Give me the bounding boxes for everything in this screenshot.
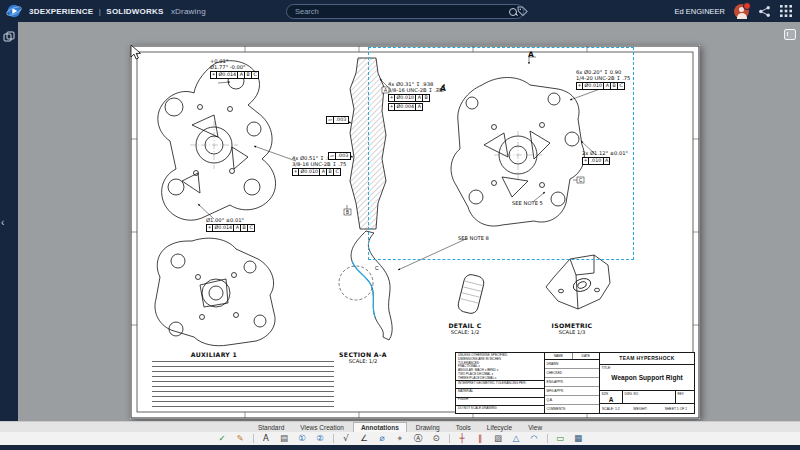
user-name[interactable]: Ed ENGINEER: [675, 7, 725, 16]
note-reference[interactable]: SEE NOTE 8: [458, 235, 489, 241]
balloon-icon[interactable]: ①: [294, 432, 311, 445]
ribbon-tools: ✓✎A▤①②√∠⌀⌖Ⓐ⊙┼∥▨△◠▭▦: [0, 432, 800, 445]
search-input[interactable]: [295, 7, 509, 16]
general-table-icon[interactable]: ▦: [570, 432, 587, 445]
tab-annotations[interactable]: Annotations: [353, 422, 407, 432]
view-label-isometric[interactable]: ISOMETRICSCALE 1/3: [552, 322, 593, 335]
signoff-row-q-a-: Q.A.: [545, 396, 599, 405]
note-reference[interactable]: SEE NOTE 5: [512, 200, 543, 206]
fcf-cell: Ø0.010: [583, 83, 604, 89]
datum-feature-icon[interactable]: Ⓐ: [410, 432, 427, 445]
surface-finish-icon[interactable]: √: [338, 432, 355, 445]
name-column-header: NAME: [545, 353, 573, 359]
revision-cloud-icon[interactable]: ◠: [526, 432, 543, 445]
search-icon[interactable]: [509, 8, 517, 16]
fcf-cell: Ø0.004: [395, 104, 416, 110]
apps-grid-icon[interactable]: [780, 5, 792, 17]
dimension-callout-flatness-upper[interactable]: ▱.003: [326, 115, 349, 124]
centerline-icon[interactable]: ∥: [472, 432, 489, 445]
tag-icon[interactable]: [517, 6, 528, 17]
title-block: UNLESS OTHERWISE SPECIFIED:DIMENSIONS AR…: [455, 352, 695, 414]
user-avatar[interactable]: [734, 4, 749, 19]
view-label-section[interactable]: SECTION A-ASCALE: 1/2: [339, 351, 387, 364]
drawing-sheet[interactable]: C: [130, 45, 700, 419]
tab-tools[interactable]: Tools: [449, 423, 478, 432]
dimension-callout-hole-2x112[interactable]: 2x Ø1.12" ±0.01"⌖.010A: [582, 150, 628, 165]
interpret-label: INTERPRET GEOMETRIC TOLERANCING PER:: [456, 380, 544, 388]
dimension-callout-hole-177[interactable]: +0.01"Ø1.77" -0.00"⌖Ø0.014ABC: [210, 58, 259, 79]
tab-standard[interactable]: Standard: [251, 423, 291, 432]
sheet-number: SHEET 1 OF 1: [663, 407, 694, 411]
panel-flyout-chevron-icon[interactable]: ‹: [1, 218, 4, 228]
fcf-cell: Ø0.014: [213, 225, 234, 231]
fcf-cell: B: [241, 225, 248, 231]
datum-target-icon[interactable]: ⊙: [428, 432, 445, 445]
center-mark-icon[interactable]: ┼: [454, 432, 471, 445]
global-search[interactable]: [286, 4, 524, 19]
fcf-cell: ▱: [329, 153, 336, 159]
spell-checker-icon[interactable]: ✓: [214, 432, 231, 445]
fcf-cell: A: [234, 225, 241, 231]
weld-symbol-icon[interactable]: ∠: [356, 432, 373, 445]
fcf-cell: C: [618, 83, 624, 89]
material-label: MATERIAL: [456, 388, 544, 396]
fcf-cell: Ø0.014: [217, 72, 238, 78]
dimension-callout-tapped-620[interactable]: 6x Ø0.20" ↧ 0.901/4-20 UNC-2B ↧ .75⌖Ø0.0…: [576, 69, 630, 90]
tab-view[interactable]: View: [521, 423, 549, 432]
title-block-tolerances: UNLESS OTHERWISE SPECIFIED:DIMENSIONS AR…: [456, 353, 545, 413]
auto-balloon-icon[interactable]: ②: [312, 432, 329, 445]
general-notes-block: [152, 361, 334, 407]
fcf-cell: Ø0.010: [395, 95, 416, 101]
brand-name: 3DEXPERIENCE: [29, 7, 93, 16]
dimension-callout-tapped-431[interactable]: 4x Ø0.31" ↧ .9383/8-16 UNC-2B ↧ .75⌖Ø0.0…: [388, 81, 442, 111]
revision-symbol-icon[interactable]: △: [508, 432, 525, 445]
fcf-cell: A: [416, 104, 422, 110]
fcf-cell: C: [334, 169, 340, 175]
finish-label: FINISH: [456, 397, 544, 405]
dimension-callout-flatness-lower[interactable]: ▱.003: [328, 151, 351, 160]
callout-text-line: Ø1.77" -0.00": [210, 64, 259, 70]
title-block-main: TEAM HYPERSHOCK TITLE: Weapon Support Ri…: [600, 353, 694, 413]
tab-drawing[interactable]: Drawing: [409, 423, 447, 432]
section-arrow-label: A: [528, 50, 534, 59]
ribbon-tabs: StandardViews CreationAnnotationsDrawing…: [0, 422, 800, 432]
fcf-cell: B: [245, 72, 252, 78]
feature-control-frame: ▱.003: [328, 152, 351, 160]
tab-views-creation[interactable]: Views Creation: [293, 423, 351, 432]
signoff-row-comments-: COMMENTS:: [545, 405, 599, 413]
blocks-icon[interactable]: ▭: [552, 432, 569, 445]
document-name: xDrawing: [171, 7, 206, 16]
dimension-callout-hole-100[interactable]: Ø1.00" ±0.01"⌖Ø0.014ABC: [206, 217, 255, 232]
toolbar-separator: [333, 434, 334, 443]
signoff-row-checked: CHECKED: [545, 369, 599, 378]
feature-control-frame: ⌖Ø0.004A: [388, 103, 423, 111]
format-painter-icon[interactable]: ✎: [232, 432, 249, 445]
geometric-tolerance-icon[interactable]: ⌖: [392, 432, 409, 445]
view-label-detail[interactable]: DETAIL CSCALE: 1/2: [448, 322, 481, 335]
panel-expand-button[interactable]: [784, 29, 796, 40]
fcf-cell: A: [238, 72, 245, 78]
app-name: SOLIDWORKS: [106, 7, 163, 16]
tab-lifecycle[interactable]: Lifecycle: [480, 423, 519, 432]
company-name: TEAM HYPERSHOCK: [600, 353, 694, 365]
app-window: { "topbar": { "brand": "3DEXPERIENCE", "…: [0, 0, 800, 450]
fcf-cell: B: [611, 83, 618, 89]
view-label-auxiliary[interactable]: AUXILIARY 1: [191, 351, 237, 358]
view-name: DETAIL C: [448, 322, 481, 329]
app-title: 3DEXPERIENCE | SOLIDWORKS xDrawing: [29, 7, 206, 16]
note-icon[interactable]: A: [258, 432, 275, 445]
linear-note-pattern-icon[interactable]: ▤: [276, 432, 293, 445]
fcf-cell: ▱: [327, 117, 334, 123]
weight-label: WEIGHT:: [631, 407, 662, 411]
3dexperience-compass-icon[interactable]: [6, 3, 22, 19]
section-arrow-label: A: [440, 84, 446, 93]
left-sidebar: ‹: [0, 22, 18, 421]
avatar-body: [737, 13, 747, 19]
hole-callout-icon[interactable]: ⌀: [374, 432, 391, 445]
panels-icon[interactable]: [3, 31, 15, 43]
toolbar-separator: [253, 434, 254, 443]
share-icon[interactable]: [758, 5, 771, 18]
area-hatch-icon[interactable]: ▨: [490, 432, 507, 445]
view-scale: SCALE: 1/2: [339, 358, 387, 364]
title-label: TITLE:: [602, 366, 612, 370]
